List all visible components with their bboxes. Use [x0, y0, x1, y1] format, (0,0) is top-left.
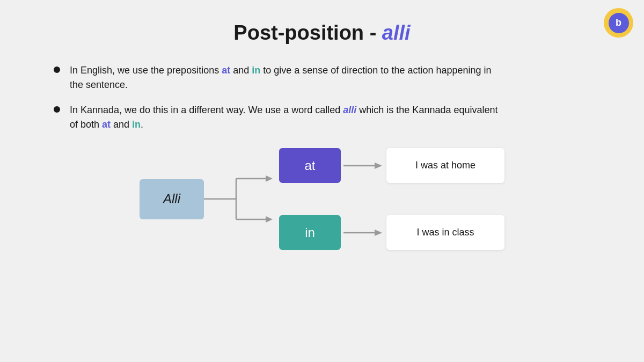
result-in-text: I was in class — [416, 227, 474, 238]
result-box-at: I was at home — [386, 148, 504, 183]
bullet-text-1: In English, we use the prepositions at a… — [70, 63, 499, 92]
arrows-right — [343, 148, 386, 250]
highlight-in-2: in — [132, 119, 141, 130]
result-boxes: I was at home I was in class — [386, 148, 504, 250]
svg-marker-7 — [375, 162, 382, 169]
logo-outer-circle: b — [604, 8, 633, 38]
arrow-at-right — [343, 148, 386, 183]
page: b Post-position - alli In English, we us… — [0, 0, 644, 362]
result-at-text: I was at home — [415, 160, 475, 171]
logo-inner-circle: b — [609, 13, 629, 33]
highlight-at-2: at — [102, 119, 111, 130]
alli-label: Alli — [163, 191, 180, 206]
middle-boxes: at in — [279, 148, 341, 250]
bullet-item-1: In English, we use the prepositions at a… — [54, 63, 601, 92]
in-box: in — [279, 215, 341, 250]
svg-marker-3 — [266, 175, 273, 182]
at-label: at — [304, 158, 315, 173]
svg-marker-5 — [266, 216, 273, 223]
logo: b — [604, 8, 633, 38]
page-title: Post-position - alli — [43, 21, 601, 45]
highlight-at-1: at — [222, 65, 230, 76]
arrow-in-right — [343, 215, 386, 250]
highlight-alli: alli — [343, 105, 356, 115]
at-box: at — [279, 148, 341, 183]
title-italic: alli — [382, 21, 411, 44]
connector-svg — [204, 151, 279, 247]
logo-letter: b — [616, 17, 621, 28]
bullet-dot-2 — [54, 106, 60, 113]
bullet-dot-1 — [54, 67, 60, 73]
bullet-text-2: In Kannada, we do this in a different wa… — [70, 103, 499, 132]
result-box-in: I was in class — [386, 215, 504, 250]
svg-marker-9 — [375, 230, 382, 236]
in-label: in — [305, 225, 315, 240]
bullet-item-2: In Kannada, we do this in a different wa… — [54, 103, 601, 132]
title-text: Post-position - — [233, 21, 382, 44]
alli-box: Alli — [140, 179, 204, 219]
diagram: Alli at in — [140, 148, 601, 250]
bullets-section: In English, we use the prepositions at a… — [54, 63, 601, 132]
highlight-in-1: in — [252, 65, 260, 76]
